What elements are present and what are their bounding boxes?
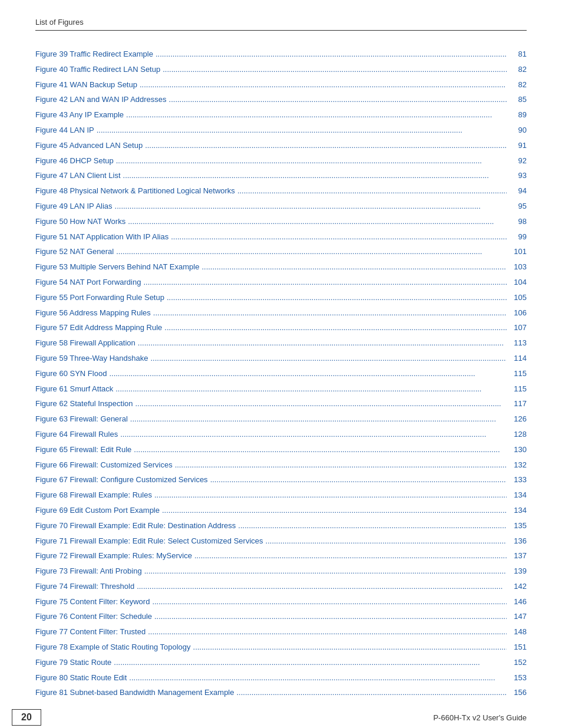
toc-page-number: 92 [509, 155, 527, 167]
toc-page-number: 82 [509, 64, 527, 76]
toc-page-number: 151 [509, 641, 527, 654]
toc-link[interactable]: Figure 79 Static Route [35, 657, 111, 669]
toc-link[interactable]: Figure 62 Stateful Inspection [35, 398, 133, 410]
toc-link[interactable]: Figure 75 Content Filter: Keyword [35, 596, 150, 608]
toc-page-number: 153 [509, 672, 527, 684]
toc-link[interactable]: Figure 55 Port Forwarding Rule Setup [35, 292, 164, 304]
toc-dots [237, 185, 507, 197]
toc-item: Figure 74 Firewall: Threshold142 [35, 581, 527, 593]
toc-page-number: 156 [509, 687, 527, 699]
toc-dots [137, 581, 507, 593]
toc-item: Figure 57 Edit Address Mapping Rule107 [35, 322, 527, 334]
toc-link[interactable]: Figure 46 DHCP Setup [35, 155, 114, 167]
toc-dots [167, 292, 507, 304]
toc-item: Figure 69 Edit Custom Port Example134 [35, 505, 527, 517]
toc-link[interactable]: Figure 50 How NAT Works [35, 216, 125, 228]
toc-item: Figure 52 NAT General101 [35, 246, 527, 258]
toc-link[interactable]: Figure 67 Firewall: Configure Customized… [35, 474, 208, 486]
toc-item: Figure 59 Three-Way Handshake114 [35, 353, 527, 365]
toc-page-number: 91 [509, 140, 527, 152]
toc-page-number: 115 [509, 383, 527, 396]
toc-page-number: 126 [509, 413, 527, 426]
toc-link[interactable]: Figure 47 LAN Client List [35, 170, 121, 182]
page-container: List of Figures Figure 39 Traffic Redire… [0, 0, 562, 728]
toc-page-number: 105 [509, 292, 527, 304]
toc-item: Figure 55 Port Forwarding Rule Setup105 [35, 292, 527, 304]
toc-link[interactable]: Figure 69 Edit Custom Port Example [35, 505, 160, 517]
toc-link[interactable]: Figure 68 Firewall Example: Rules [35, 489, 152, 502]
toc-page-number: 139 [509, 565, 527, 578]
toc-link[interactable]: Figure 73 Firewall: Anti Probing [35, 565, 142, 578]
toc-link[interactable]: Figure 71 Firewall Example: Edit Rule: S… [35, 535, 263, 548]
toc-link[interactable]: Figure 42 LAN and WAN IP Addresses [35, 94, 167, 106]
toc-dots [129, 672, 507, 684]
toc-page-number: 133 [509, 474, 527, 486]
toc-link[interactable]: Figure 61 Smurf Attack [35, 383, 113, 396]
toc-page-number: 103 [509, 261, 527, 274]
toc-dots [201, 261, 507, 274]
toc-dots [148, 626, 507, 638]
toc-dots [193, 641, 507, 654]
toc-link[interactable]: Figure 41 WAN Backup Setup [35, 79, 137, 91]
toc-link[interactable]: Figure 43 Any IP Example [35, 109, 124, 121]
toc-dots [154, 611, 507, 623]
toc-dots [150, 353, 507, 365]
toc-link[interactable]: Figure 45 Advanced LAN Setup [35, 140, 143, 152]
toc-link[interactable]: Figure 52 NAT General [35, 246, 114, 258]
toc-link[interactable]: Figure 39 Traffic Redirect Example [35, 48, 153, 61]
toc-link[interactable]: Figure 77 Content Filter: Trusted [35, 626, 146, 638]
toc-dots [126, 109, 507, 121]
toc-link[interactable]: Figure 78 Example of Static Routing Topo… [35, 641, 191, 654]
toc-dots [171, 231, 507, 243]
toc-page-number: 134 [509, 505, 527, 517]
toc-page-number: 128 [509, 429, 527, 441]
toc-item: Figure 77 Content Filter: Trusted148 [35, 626, 527, 638]
toc-link[interactable]: Figure 51 NAT Application With IP Alias [35, 231, 168, 243]
toc-link[interactable]: Figure 72 Firewall Example: Rules: MySer… [35, 550, 192, 562]
toc-link[interactable]: Figure 44 LAN IP [35, 124, 94, 137]
toc-link[interactable]: Figure 65 Firewall: Edit Rule [35, 444, 131, 456]
toc-link[interactable]: Figure 53 Multiple Servers Behind NAT Ex… [35, 261, 199, 274]
toc-page-number: 135 [509, 520, 527, 532]
toc-page-number: 147 [509, 611, 527, 623]
toc-link[interactable]: Figure 76 Content Filter: Schedule [35, 611, 152, 623]
toc-link[interactable]: Figure 81 Subnet-based Bandwidth Managem… [35, 687, 234, 699]
toc-item: Figure 56 Address Mapping Rules106 [35, 307, 527, 319]
toc-item: Figure 45 Advanced LAN Setup91 [35, 140, 527, 152]
toc-link[interactable]: Figure 48 Physical Network & Partitioned… [35, 185, 235, 197]
toc-page-number: 82 [509, 79, 527, 91]
toc-link[interactable]: Figure 40 Traffic Redirect LAN Setup [35, 64, 160, 76]
toc-page-number: 152 [509, 657, 527, 669]
toc-link[interactable]: Figure 58 Firewall Application [35, 337, 135, 350]
toc-dots [238, 520, 507, 532]
toc-dots [109, 368, 507, 380]
toc-link[interactable]: Figure 64 Firewall Rules [35, 429, 118, 441]
toc-link[interactable]: Figure 70 Firewall Example: Edit Rule: D… [35, 520, 236, 532]
toc-link[interactable]: Figure 80 Static Route Edit [35, 672, 127, 684]
toc-link[interactable]: Figure 66 Firewall: Customized Services [35, 459, 173, 472]
toc-item: Figure 64 Firewall Rules128 [35, 429, 527, 441]
toc-item: Figure 40 Traffic Redirect LAN Setup82 [35, 64, 527, 76]
toc-link[interactable]: Figure 57 Edit Address Mapping Rule [35, 322, 162, 334]
toc-page-number: 99 [509, 231, 527, 243]
toc-link[interactable]: Figure 74 Firewall: Threshold [35, 581, 134, 593]
toc-dots [130, 413, 507, 426]
toc-page-number: 148 [509, 626, 527, 638]
toc-link[interactable]: Figure 54 NAT Port Forwarding [35, 276, 141, 289]
toc-link[interactable]: Figure 60 SYN Flood [35, 368, 107, 380]
toc-item: Figure 80 Static Route Edit153 [35, 672, 527, 684]
toc-link[interactable]: Figure 63 Firewall: General [35, 413, 128, 426]
toc-dots [210, 474, 507, 486]
toc-item: Figure 49 LAN IP Alias95 [35, 200, 527, 213]
toc-link[interactable]: Figure 59 Three-Way Handshake [35, 353, 148, 365]
toc-page-number: 132 [509, 459, 527, 472]
header-title: List of Figures [35, 18, 84, 27]
page-number: 20 [12, 709, 41, 726]
toc-link[interactable]: Figure 56 Address Mapping Rules [35, 307, 151, 319]
toc-dots [144, 565, 507, 578]
toc-item: Figure 71 Firewall Example: Edit Rule: S… [35, 535, 527, 548]
toc-dots [194, 550, 507, 562]
toc-page-number: 81 [509, 48, 527, 61]
toc-page-number: 101 [509, 246, 527, 258]
toc-link[interactable]: Figure 49 LAN IP Alias [35, 200, 113, 213]
